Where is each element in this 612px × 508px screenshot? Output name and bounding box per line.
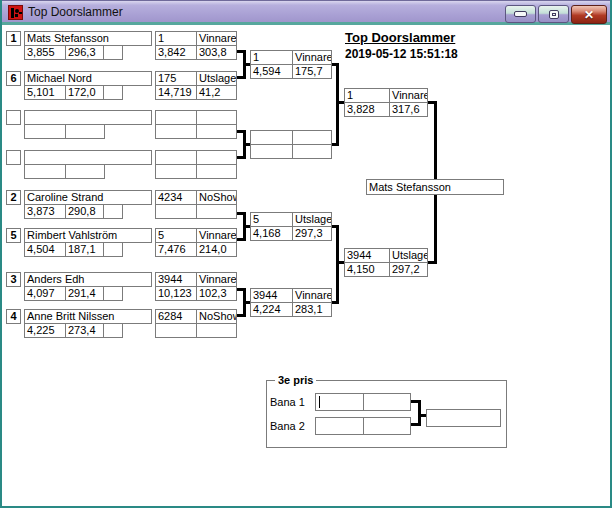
- result-et[interactable]: 10,123: [156, 287, 196, 300]
- result-speed[interactable]: [197, 165, 236, 178]
- third-prize-winner-field[interactable]: [426, 409, 501, 427]
- lane1-speed-field[interactable]: [364, 394, 410, 410]
- result-speed[interactable]: 102,3: [197, 287, 236, 300]
- result-et[interactable]: 14,719: [156, 86, 196, 99]
- result-speed[interactable]: 283,1: [293, 303, 331, 316]
- result-et[interactable]: 4,168: [251, 227, 292, 240]
- result-speed[interactable]: 303,8: [197, 46, 236, 59]
- speed-field[interactable]: 291,4: [66, 287, 103, 300]
- result-et[interactable]: 3,842: [156, 46, 196, 59]
- result-id[interactable]: 1: [251, 51, 292, 64]
- racer-name-field[interactable]: [24, 110, 152, 125]
- result-id[interactable]: 4234: [156, 191, 196, 204]
- et-field[interactable]: 4,225: [25, 324, 65, 337]
- result-id[interactable]: 5: [156, 229, 196, 242]
- et-field[interactable]: 3,873: [25, 205, 65, 218]
- extra-field[interactable]: [104, 287, 122, 300]
- result-id[interactable]: 3944: [251, 289, 292, 302]
- result-id[interactable]: 175: [156, 72, 196, 85]
- result-et[interactable]: 3,828: [345, 103, 389, 116]
- result-status[interactable]: Vinnare: [390, 89, 427, 102]
- extra-field[interactable]: [104, 46, 122, 59]
- racer-name-field[interactable]: [24, 150, 152, 165]
- minimize-button[interactable]: [505, 5, 536, 23]
- result-status[interactable]: Vinnare: [197, 273, 236, 286]
- result-status[interactable]: [197, 151, 236, 164]
- racer-name-field[interactable]: Caroline Strand: [24, 190, 152, 205]
- result-status[interactable]: [197, 111, 236, 124]
- result-id[interactable]: 1: [156, 32, 196, 45]
- result-speed[interactable]: 297,2: [390, 263, 427, 276]
- racer-name-field[interactable]: Anders Edh: [24, 272, 152, 287]
- result-et[interactable]: 4,594: [251, 65, 292, 78]
- result-id[interactable]: 6284: [156, 310, 196, 323]
- result-speed[interactable]: 41,2: [197, 86, 236, 99]
- result-speed[interactable]: 214,0: [197, 243, 236, 256]
- speed-field[interactable]: [66, 125, 104, 138]
- result-status[interactable]: Utslagen: [197, 72, 236, 85]
- result-et[interactable]: [156, 205, 196, 218]
- result-speed[interactable]: [197, 324, 236, 337]
- speed-field[interactable]: 296,3: [66, 46, 103, 59]
- result-id[interactable]: 3944: [156, 273, 196, 286]
- result-id[interactable]: 5: [251, 213, 292, 226]
- lane1-et-field[interactable]: [316, 394, 363, 410]
- result-et[interactable]: 4,224: [251, 303, 292, 316]
- text-caret: [319, 396, 320, 408]
- result-speed[interactable]: 297,3: [293, 227, 331, 240]
- speed-field[interactable]: 290,8: [66, 205, 103, 218]
- result-status[interactable]: Vinnare: [197, 32, 236, 45]
- winner-name-field[interactable]: Mats Stefansson: [366, 179, 504, 195]
- result-et[interactable]: [156, 125, 196, 138]
- extra-field[interactable]: [104, 205, 122, 218]
- result-speed[interactable]: [293, 145, 331, 158]
- et-field[interactable]: 4,504: [25, 243, 65, 256]
- lane2-speed-field[interactable]: [364, 418, 410, 434]
- result-id[interactable]: 3944: [345, 249, 389, 262]
- racer-name-field[interactable]: Anne Britt Nilssen: [24, 309, 152, 324]
- result-id[interactable]: [251, 131, 292, 144]
- extra-field[interactable]: [104, 86, 122, 99]
- result-speed[interactable]: 317,6: [390, 103, 427, 116]
- et-field[interactable]: 3,855: [25, 46, 65, 59]
- racer-name-field[interactable]: Mats Stefansson: [24, 31, 152, 46]
- semifinal-result: 1 Vinnare 4,594 175,7: [250, 50, 332, 79]
- result-status[interactable]: NoShow: [197, 310, 236, 323]
- result-et[interactable]: [251, 145, 292, 158]
- speed-field[interactable]: 172,0: [66, 86, 103, 99]
- result-speed[interactable]: [197, 125, 236, 138]
- result-et[interactable]: [156, 324, 196, 337]
- result-et[interactable]: 7,476: [156, 243, 196, 256]
- result-status[interactable]: Vinnare: [293, 51, 331, 64]
- speed-field[interactable]: 187,1: [66, 243, 103, 256]
- result-speed[interactable]: [197, 205, 236, 218]
- lane2-et-field[interactable]: [316, 418, 363, 434]
- result-id[interactable]: [156, 111, 196, 124]
- et-field[interactable]: [25, 165, 65, 178]
- maximize-button[interactable]: [538, 5, 569, 23]
- close-button[interactable]: ✕: [571, 5, 607, 24]
- racer-name-field[interactable]: Michael Nord: [24, 71, 152, 86]
- result-status[interactable]: Vinnare: [293, 289, 331, 302]
- result-et[interactable]: 4,150: [345, 263, 389, 276]
- et-field[interactable]: 5,101: [25, 86, 65, 99]
- speed-field[interactable]: 273,4: [66, 324, 103, 337]
- result-status[interactable]: Utslagen: [293, 213, 331, 226]
- round1-result: [155, 110, 237, 139]
- et-field[interactable]: [25, 125, 65, 138]
- extra-field[interactable]: [104, 324, 122, 337]
- result-status[interactable]: Utslagen: [390, 249, 427, 262]
- racer-values: 4,097 291,4: [24, 286, 123, 301]
- extra-field[interactable]: [104, 243, 122, 256]
- et-field[interactable]: 4,097: [25, 287, 65, 300]
- racer-name-field[interactable]: Rimbert Vahlström: [24, 228, 152, 243]
- result-id[interactable]: 1: [345, 89, 389, 102]
- result-id[interactable]: [156, 151, 196, 164]
- result-status[interactable]: NoShow: [197, 191, 236, 204]
- result-status[interactable]: Vinnare: [197, 229, 236, 242]
- title-bar[interactable]: Top Doorslammer ✕: [0, 0, 612, 25]
- result-et[interactable]: [156, 165, 196, 178]
- result-status[interactable]: [293, 131, 331, 144]
- speed-field[interactable]: [66, 165, 104, 178]
- result-speed[interactable]: 175,7: [293, 65, 331, 78]
